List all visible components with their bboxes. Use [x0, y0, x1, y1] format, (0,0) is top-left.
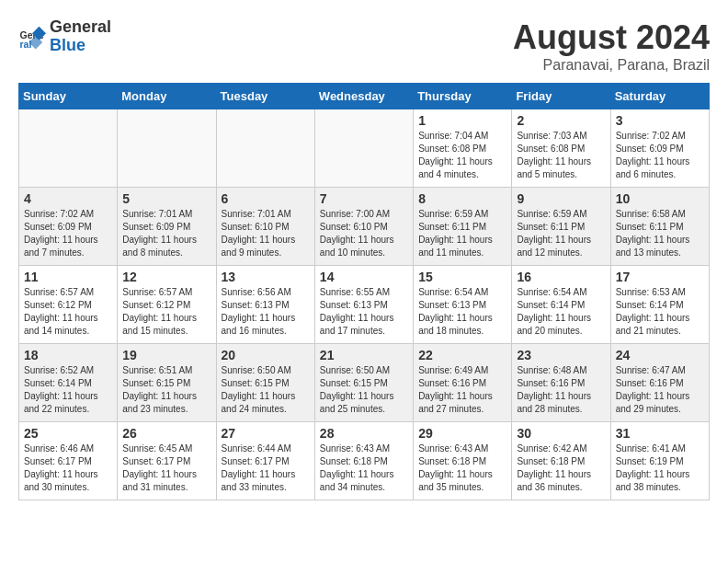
day-info: Sunrise: 6:54 AM Sunset: 6:13 PM Dayligh…	[418, 286, 506, 338]
svg-text:ral: ral	[20, 39, 32, 50]
calendar-cell: 3Sunrise: 7:02 AM Sunset: 6:09 PM Daylig…	[610, 109, 709, 188]
calendar-cell: 18Sunrise: 6:52 AM Sunset: 6:14 PM Dayli…	[19, 344, 118, 422]
day-info: Sunrise: 6:48 AM Sunset: 6:16 PM Dayligh…	[517, 364, 605, 416]
day-info: Sunrise: 6:56 AM Sunset: 6:13 PM Dayligh…	[222, 286, 310, 338]
calendar-cell	[314, 109, 413, 188]
calendar-header-row: SundayMondayTuesdayWednesdayThursdayFrid…	[19, 84, 710, 109]
calendar-cell: 5Sunrise: 7:01 AM Sunset: 6:09 PM Daylig…	[118, 188, 216, 266]
day-number: 21	[320, 348, 408, 362]
day-number: 28	[320, 426, 408, 441]
day-info: Sunrise: 6:49 AM Sunset: 6:16 PM Dayligh…	[418, 364, 506, 416]
calendar-cell	[19, 109, 118, 188]
day-number: 8	[418, 191, 506, 206]
day-info: Sunrise: 6:42 AM Sunset: 6:18 PM Dayligh…	[517, 442, 605, 494]
day-header-friday: Friday	[512, 84, 610, 109]
calendar-cell: 26Sunrise: 6:45 AM Sunset: 6:17 PM Dayli…	[118, 422, 216, 500]
day-number: 11	[24, 270, 112, 284]
day-info: Sunrise: 6:50 AM Sunset: 6:15 PM Dayligh…	[222, 364, 310, 416]
calendar-cell	[118, 109, 216, 188]
calendar-week-row: 18Sunrise: 6:52 AM Sunset: 6:14 PM Dayli…	[19, 344, 710, 422]
day-header-tuesday: Tuesday	[216, 84, 314, 109]
day-number: 6	[222, 191, 310, 206]
calendar-cell: 10Sunrise: 6:58 AM Sunset: 6:11 PM Dayli…	[610, 188, 709, 266]
day-number: 7	[320, 191, 408, 206]
title-block: August 2024 Paranavai, Parana, Brazil	[513, 18, 710, 74]
day-info: Sunrise: 6:45 AM Sunset: 6:17 PM Dayligh…	[122, 442, 210, 494]
logo-blue: Blue	[50, 37, 111, 55]
calendar-cell: 9Sunrise: 6:59 AM Sunset: 6:11 PM Daylig…	[512, 188, 610, 266]
day-number: 2	[517, 113, 605, 128]
day-number: 1	[418, 113, 506, 128]
day-info: Sunrise: 6:59 AM Sunset: 6:11 PM Dayligh…	[418, 208, 506, 259]
logo-icon: Gene ral	[18, 23, 46, 51]
day-header-sunday: Sunday	[19, 84, 118, 109]
day-info: Sunrise: 6:59 AM Sunset: 6:11 PM Dayligh…	[517, 208, 605, 259]
day-info: Sunrise: 7:02 AM Sunset: 6:09 PM Dayligh…	[616, 130, 704, 181]
day-number: 30	[517, 426, 605, 441]
day-number: 3	[616, 113, 704, 128]
day-info: Sunrise: 6:46 AM Sunset: 6:17 PM Dayligh…	[24, 442, 112, 494]
day-info: Sunrise: 6:54 AM Sunset: 6:14 PM Dayligh…	[517, 286, 605, 338]
day-header-monday: Monday	[118, 84, 216, 109]
calendar-cell: 17Sunrise: 6:53 AM Sunset: 6:14 PM Dayli…	[610, 266, 709, 344]
calendar-cell: 19Sunrise: 6:51 AM Sunset: 6:15 PM Dayli…	[118, 344, 216, 422]
calendar-cell: 16Sunrise: 6:54 AM Sunset: 6:14 PM Dayli…	[512, 266, 610, 344]
logo: Gene ral General Blue	[18, 18, 111, 55]
day-number: 12	[122, 270, 210, 284]
calendar-cell: 23Sunrise: 6:48 AM Sunset: 6:16 PM Dayli…	[512, 344, 610, 422]
day-info: Sunrise: 7:01 AM Sunset: 6:09 PM Dayligh…	[122, 208, 210, 259]
day-info: Sunrise: 6:53 AM Sunset: 6:14 PM Dayligh…	[616, 286, 704, 338]
calendar-cell: 13Sunrise: 6:56 AM Sunset: 6:13 PM Dayli…	[216, 266, 314, 344]
calendar-week-row: 4Sunrise: 7:02 AM Sunset: 6:09 PM Daylig…	[19, 188, 710, 266]
day-info: Sunrise: 6:58 AM Sunset: 6:11 PM Dayligh…	[616, 208, 704, 259]
day-number: 9	[517, 191, 605, 206]
calendar-cell: 21Sunrise: 6:50 AM Sunset: 6:15 PM Dayli…	[314, 344, 413, 422]
calendar-cell	[216, 109, 314, 188]
calendar-week-row: 1Sunrise: 7:04 AM Sunset: 6:08 PM Daylig…	[19, 109, 710, 188]
day-info: Sunrise: 7:04 AM Sunset: 6:08 PM Dayligh…	[418, 130, 506, 181]
day-info: Sunrise: 7:00 AM Sunset: 6:10 PM Dayligh…	[320, 208, 408, 259]
day-header-thursday: Thursday	[414, 84, 512, 109]
month-year-title: August 2024	[513, 18, 710, 57]
day-number: 29	[418, 426, 506, 441]
calendar-cell: 2Sunrise: 7:03 AM Sunset: 6:08 PM Daylig…	[512, 109, 610, 188]
day-info: Sunrise: 6:43 AM Sunset: 6:18 PM Dayligh…	[320, 442, 408, 494]
calendar-cell: 22Sunrise: 6:49 AM Sunset: 6:16 PM Dayli…	[414, 344, 512, 422]
day-info: Sunrise: 6:44 AM Sunset: 6:17 PM Dayligh…	[222, 442, 310, 494]
day-number: 27	[222, 426, 310, 441]
logo-general: General	[50, 17, 111, 36]
day-info: Sunrise: 6:41 AM Sunset: 6:19 PM Dayligh…	[616, 442, 704, 494]
calendar-cell: 24Sunrise: 6:47 AM Sunset: 6:16 PM Dayli…	[610, 344, 709, 422]
calendar-cell: 11Sunrise: 6:57 AM Sunset: 6:12 PM Dayli…	[19, 266, 118, 344]
day-info: Sunrise: 6:43 AM Sunset: 6:18 PM Dayligh…	[418, 442, 506, 494]
calendar-cell: 27Sunrise: 6:44 AM Sunset: 6:17 PM Dayli…	[216, 422, 314, 500]
calendar-table: SundayMondayTuesdayWednesdayThursdayFrid…	[18, 83, 710, 500]
day-info: Sunrise: 6:55 AM Sunset: 6:13 PM Dayligh…	[320, 286, 408, 338]
day-number: 13	[222, 270, 310, 284]
day-number: 16	[517, 270, 605, 284]
day-info: Sunrise: 6:57 AM Sunset: 6:12 PM Dayligh…	[122, 286, 210, 338]
day-number: 5	[122, 191, 210, 206]
page-header: Gene ral General Blue August 2024 Parana…	[18, 18, 710, 74]
day-number: 10	[616, 191, 704, 206]
day-info: Sunrise: 6:47 AM Sunset: 6:16 PM Dayligh…	[616, 364, 704, 416]
calendar-cell: 6Sunrise: 7:01 AM Sunset: 6:10 PM Daylig…	[216, 188, 314, 266]
day-number: 23	[517, 348, 605, 362]
day-info: Sunrise: 7:02 AM Sunset: 6:09 PM Dayligh…	[24, 208, 112, 259]
calendar-cell: 8Sunrise: 6:59 AM Sunset: 6:11 PM Daylig…	[414, 188, 512, 266]
calendar-cell: 20Sunrise: 6:50 AM Sunset: 6:15 PM Dayli…	[216, 344, 314, 422]
day-number: 24	[616, 348, 704, 362]
day-number: 18	[24, 348, 112, 362]
calendar-cell: 30Sunrise: 6:42 AM Sunset: 6:18 PM Dayli…	[512, 422, 610, 500]
day-number: 31	[616, 426, 704, 441]
calendar-cell: 1Sunrise: 7:04 AM Sunset: 6:08 PM Daylig…	[414, 109, 512, 188]
day-number: 22	[418, 348, 506, 362]
calendar-cell: 12Sunrise: 6:57 AM Sunset: 6:12 PM Dayli…	[118, 266, 216, 344]
day-info: Sunrise: 6:51 AM Sunset: 6:15 PM Dayligh…	[122, 364, 210, 416]
calendar-cell: 14Sunrise: 6:55 AM Sunset: 6:13 PM Dayli…	[314, 266, 413, 344]
day-info: Sunrise: 7:01 AM Sunset: 6:10 PM Dayligh…	[222, 208, 310, 259]
day-number: 20	[222, 348, 310, 362]
calendar-week-row: 11Sunrise: 6:57 AM Sunset: 6:12 PM Dayli…	[19, 266, 710, 344]
calendar-cell: 25Sunrise: 6:46 AM Sunset: 6:17 PM Dayli…	[19, 422, 118, 500]
day-number: 17	[616, 270, 704, 284]
